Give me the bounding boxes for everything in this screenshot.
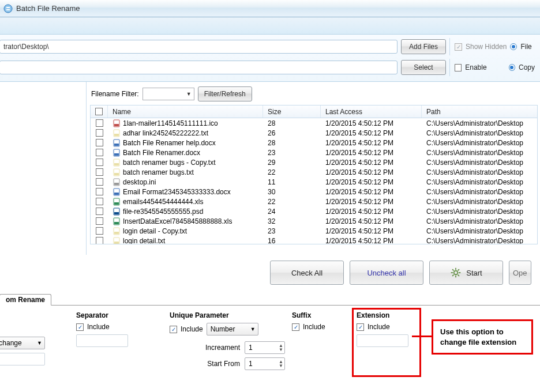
extension-title: Extension bbox=[357, 311, 420, 319]
file-name: login detail.txt bbox=[123, 237, 165, 245]
svg-point-0 bbox=[4, 5, 12, 13]
table-row[interactable]: file-re3545545555555.psd241/20/2015 4:50… bbox=[91, 206, 537, 216]
row-checkbox[interactable] bbox=[96, 208, 103, 215]
chevron-down-icon: ▼ bbox=[250, 326, 256, 332]
unique-include-label: Include bbox=[181, 325, 203, 333]
file-last-access: 1/20/2015 4:50:12 PM bbox=[321, 139, 422, 147]
app-icon bbox=[3, 4, 13, 13]
file-last-access: 1/20/2015 4:50:12 PM bbox=[321, 168, 422, 176]
file-last-access: 1/20/2015 4:50:12 PM bbox=[321, 208, 422, 216]
group-separator: Separator ✓ Include bbox=[76, 311, 163, 392]
table-row[interactable]: batch renamer bugs.txt221/20/2015 4:50:1… bbox=[91, 167, 537, 177]
file-last-access: 1/20/2015 4:50:12 PM bbox=[321, 198, 422, 206]
table-row[interactable]: batch renamer bugs - Copy.txt291/20/2015… bbox=[91, 157, 537, 167]
col-last-access[interactable]: Last Access bbox=[321, 105, 422, 118]
svg-line-33 bbox=[458, 275, 459, 276]
table-row[interactable]: login detail.txt161/20/2015 4:50:12 PMC:… bbox=[91, 236, 537, 244]
startfrom-spinner[interactable]: 1 ▲▼ bbox=[245, 357, 285, 370]
table-row[interactable]: adhar link245245222222.txt261/20/2015 4:… bbox=[91, 128, 537, 138]
copy-radio[interactable] bbox=[509, 64, 515, 71]
select-button[interactable]: Select bbox=[401, 60, 446, 75]
dest-path-input[interactable] bbox=[0, 61, 397, 74]
increment-spinner[interactable]: 1 ▲▼ bbox=[245, 341, 285, 354]
file-name: desktop.ini bbox=[123, 178, 156, 186]
list-header: Name Size Last Access Path bbox=[91, 105, 537, 118]
enable-checkbox[interactable] bbox=[455, 64, 462, 71]
table-row[interactable]: 1lan-mailer1145145111111.ico281/20/2015 … bbox=[91, 118, 537, 128]
file-radio[interactable] bbox=[510, 43, 517, 50]
row-checkbox[interactable] bbox=[96, 129, 103, 137]
table-row[interactable]: InsertDataExcel7845845888888.xls321/20/2… bbox=[91, 216, 537, 226]
row-checkbox[interactable] bbox=[96, 237, 103, 244]
prefix-title: lame bbox=[0, 311, 69, 319]
file-name: InsertDataExcel7845845888888.xls bbox=[123, 217, 232, 225]
file-size: 28 bbox=[263, 139, 321, 147]
prefix-mode-select[interactable]: ve Unchange▼ bbox=[0, 337, 45, 349]
left-panel bbox=[0, 82, 87, 255]
svg-line-34 bbox=[452, 275, 453, 276]
extension-textbox[interactable] bbox=[357, 334, 408, 347]
row-checkbox[interactable] bbox=[96, 217, 103, 225]
file-icon bbox=[112, 198, 121, 206]
svg-rect-14 bbox=[114, 183, 119, 185]
row-checkbox[interactable] bbox=[96, 178, 103, 186]
chevron-down-icon: ▼ bbox=[37, 340, 42, 346]
file-path: C:\Users\Administrator\Desktop bbox=[422, 217, 537, 225]
suffix-include-checkbox[interactable]: ✓ bbox=[292, 323, 299, 331]
svg-line-35 bbox=[458, 269, 459, 270]
col-path[interactable]: Path bbox=[422, 105, 537, 118]
uncheck-all-button[interactable]: Uncheck all bbox=[350, 261, 423, 285]
col-size[interactable]: Size bbox=[263, 105, 321, 118]
file-size: 32 bbox=[263, 217, 321, 225]
add-files-button[interactable]: Add Files bbox=[401, 39, 446, 54]
prefix-textbox[interactable] bbox=[0, 353, 45, 365]
group-prefix: lame ve Unchange▼ bbox=[0, 311, 69, 392]
table-row[interactable]: Batch File Renamer.docx231/20/2015 4:50:… bbox=[91, 148, 537, 157]
row-checkbox[interactable] bbox=[96, 188, 103, 195]
file-icon bbox=[112, 217, 121, 225]
header-checkbox[interactable] bbox=[95, 108, 103, 115]
row-checkbox[interactable] bbox=[96, 168, 103, 176]
svg-rect-16 bbox=[114, 193, 119, 195]
file-size: 22 bbox=[263, 198, 321, 206]
file-last-access: 1/20/2015 4:50:12 PM bbox=[321, 119, 422, 127]
separator-include-checkbox[interactable]: ✓ bbox=[76, 323, 84, 331]
table-row[interactable]: login detail - Copy.txt231/20/2015 4:50:… bbox=[91, 226, 537, 236]
filter-refresh-button[interactable]: Filter/Refresh bbox=[198, 86, 252, 101]
file-size: 28 bbox=[263, 119, 321, 127]
file-path: C:\Users\Administrator\Desktop bbox=[422, 188, 537, 196]
svg-point-27 bbox=[454, 271, 458, 275]
tab-custom-rename[interactable]: om Rename bbox=[0, 294, 51, 306]
file-icon bbox=[112, 208, 121, 216]
extension-include-checkbox[interactable]: ✓ bbox=[357, 323, 364, 331]
table-row[interactable]: emails4454454444444.xls221/20/2015 4:50:… bbox=[91, 197, 537, 206]
filter-combo[interactable]: ▼ bbox=[142, 88, 194, 100]
row-checkbox[interactable] bbox=[96, 119, 103, 127]
table-row[interactable]: Batch File Renamer help.docx281/20/2015 … bbox=[91, 138, 537, 148]
gear-icon bbox=[450, 267, 462, 278]
separator-textbox[interactable] bbox=[76, 334, 128, 347]
file-path: C:\Users\Administrator\Desktop bbox=[422, 227, 537, 235]
open-button[interactable]: Ope bbox=[509, 261, 531, 285]
row-checkbox[interactable] bbox=[96, 159, 103, 166]
source-path-input[interactable] bbox=[0, 40, 397, 54]
start-button[interactable]: Start bbox=[429, 261, 503, 285]
file-size: 29 bbox=[263, 159, 321, 167]
unique-title: Unique Parameter bbox=[170, 311, 285, 319]
unique-include-checkbox[interactable]: ✓ bbox=[170, 326, 177, 333]
unique-type-select[interactable]: Number▼ bbox=[207, 323, 258, 336]
row-checkbox[interactable] bbox=[96, 227, 103, 235]
svg-rect-2 bbox=[114, 124, 119, 126]
table-row[interactable]: Email Format2345345333333.docx301/20/201… bbox=[91, 187, 537, 197]
show-hidden-checkbox[interactable]: ✓ bbox=[455, 43, 462, 51]
col-name[interactable]: Name bbox=[108, 105, 263, 118]
table-row[interactable]: desktop.ini111/20/2015 4:50:12 PMC:\User… bbox=[91, 177, 537, 187]
row-checkbox[interactable] bbox=[96, 198, 103, 205]
row-checkbox[interactable] bbox=[96, 139, 103, 146]
file-path: C:\Users\Administrator\Desktop bbox=[422, 168, 537, 176]
svg-rect-20 bbox=[114, 212, 119, 214]
check-all-button[interactable]: Check All bbox=[270, 261, 344, 285]
row-checkbox[interactable] bbox=[96, 149, 103, 156]
file-icon bbox=[112, 227, 121, 235]
toolbar-stripe bbox=[0, 17, 540, 35]
